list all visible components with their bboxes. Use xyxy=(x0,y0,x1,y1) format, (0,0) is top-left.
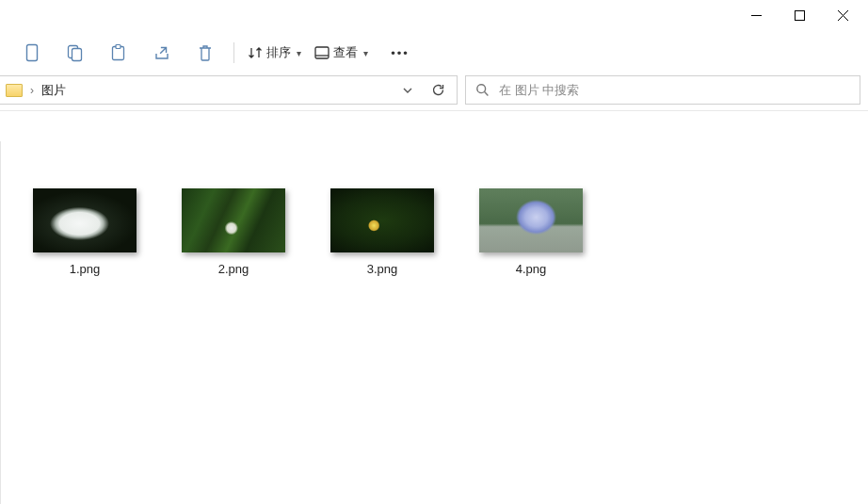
file-name: 4.png xyxy=(516,262,547,276)
thumbnail xyxy=(479,188,583,252)
chevron-down-icon: ▾ xyxy=(363,48,368,58)
refresh-icon xyxy=(431,83,445,97)
toolbar: 排序 ▾ 查看 ▾ ••• xyxy=(0,30,868,75)
breadcrumb[interactable]: 图片 xyxy=(41,82,66,99)
search-input[interactable] xyxy=(499,83,850,97)
address-row: › 图片 xyxy=(0,75,868,111)
chevron-down-icon: ▾ xyxy=(297,48,301,58)
svg-rect-1 xyxy=(795,10,804,20)
svg-point-11 xyxy=(477,85,486,93)
sort-icon xyxy=(248,45,263,60)
file-name: 3.png xyxy=(367,262,398,276)
copy-icon xyxy=(66,43,85,62)
cut-icon xyxy=(24,43,40,62)
file-item[interactable]: 1.png xyxy=(29,188,140,276)
share-icon xyxy=(153,43,171,62)
address-bar[interactable]: › 图片 xyxy=(0,75,458,105)
folder-icon xyxy=(6,84,23,97)
trash-icon xyxy=(197,43,214,62)
thumbnail xyxy=(182,188,285,252)
more-icon: ••• xyxy=(391,46,410,60)
toolbar-separator xyxy=(233,42,234,63)
svg-line-12 xyxy=(485,92,489,96)
view-button[interactable]: 查看 ▾ xyxy=(309,36,374,70)
svg-rect-9 xyxy=(315,47,329,58)
minimize-button[interactable] xyxy=(734,1,778,29)
thumbnail xyxy=(330,188,434,252)
chevron-down-icon xyxy=(402,85,413,96)
sort-label: 排序 xyxy=(266,44,291,61)
close-icon xyxy=(838,10,848,21)
search-box[interactable] xyxy=(465,75,860,105)
svg-rect-8 xyxy=(116,45,121,49)
svg-rect-6 xyxy=(72,49,82,61)
breadcrumb-separator: › xyxy=(26,84,38,97)
file-name: 2.png xyxy=(218,262,249,276)
delete-button[interactable] xyxy=(185,36,226,70)
minimize-icon xyxy=(751,10,762,21)
paste-button[interactable] xyxy=(98,36,139,70)
titlebar xyxy=(0,0,868,30)
paste-icon xyxy=(109,43,128,62)
address-dropdown[interactable] xyxy=(394,85,421,96)
file-item[interactable]: 2.png xyxy=(178,188,289,276)
close-button[interactable] xyxy=(821,1,864,29)
search-icon xyxy=(475,83,490,97)
more-button[interactable]: ••• xyxy=(383,36,417,70)
sort-button[interactable]: 排序 ▾ xyxy=(242,36,307,70)
thumbnail xyxy=(33,188,137,252)
svg-rect-4 xyxy=(27,45,38,61)
file-pane[interactable]: 1.png 2.png 3.png 4.png xyxy=(0,141,868,504)
maximize-button[interactable] xyxy=(778,1,821,29)
cut-button[interactable] xyxy=(11,36,53,70)
view-icon xyxy=(314,46,330,59)
view-label: 查看 xyxy=(333,44,358,61)
copy-button[interactable] xyxy=(55,36,96,70)
file-name: 1.png xyxy=(70,262,101,276)
file-item[interactable]: 4.png xyxy=(475,188,587,276)
file-item[interactable]: 3.png xyxy=(327,188,438,276)
maximize-icon xyxy=(795,10,805,21)
refresh-button[interactable] xyxy=(425,83,451,97)
share-button[interactable] xyxy=(141,36,183,70)
